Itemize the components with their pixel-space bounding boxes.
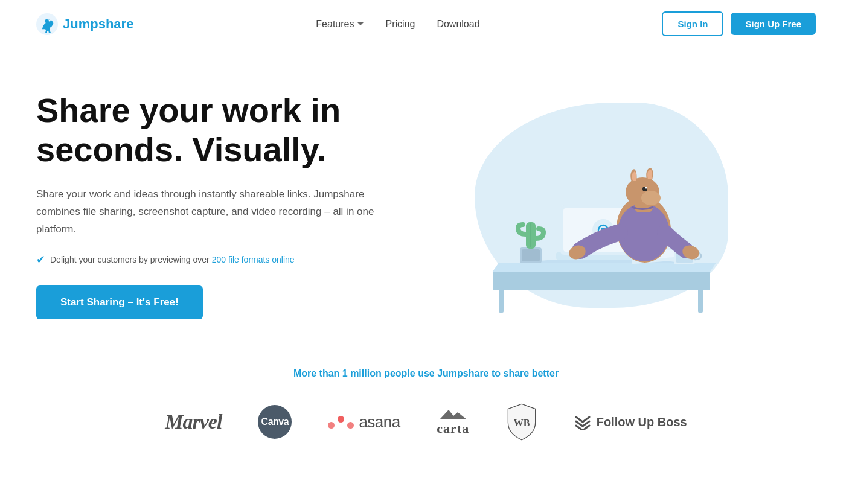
asana-logo-mark: asana bbox=[328, 413, 400, 432]
navbar: Jumpshare Features Pricing Download Sign… bbox=[0, 0, 852, 48]
hero-content: Share your work in seconds. Visually. Sh… bbox=[36, 91, 374, 319]
social-proof-text: More than 1 million people use Jumpshare… bbox=[36, 368, 816, 379]
kangaroo-icon bbox=[36, 13, 58, 35]
signin-button[interactable]: Sign In bbox=[662, 11, 723, 36]
feature-link[interactable]: 200 file formats online bbox=[212, 255, 295, 264]
canva-logo-mark: Canva bbox=[258, 405, 292, 439]
svg-rect-4 bbox=[698, 289, 703, 313]
nav-links: Features Pricing Download bbox=[316, 19, 479, 30]
wb-logo: WB bbox=[506, 403, 537, 441]
nav-actions: Sign In Sign Up Free bbox=[662, 11, 816, 36]
hero-description: Share your work and ideas through instan… bbox=[36, 186, 374, 238]
social-proof-section: More than 1 million people use Jumpshare… bbox=[0, 350, 852, 477]
nav-pricing-link[interactable]: Pricing bbox=[385, 19, 415, 30]
hero-section: Share your work in seconds. Visually. Sh… bbox=[0, 48, 852, 350]
marvel-logo: Marvel bbox=[165, 410, 222, 433]
followupboss-text: Follow Up Boss bbox=[597, 415, 687, 429]
svg-rect-3 bbox=[499, 289, 504, 313]
followupboss-logo: Follow Up Boss bbox=[574, 413, 687, 430]
asana-dots bbox=[328, 416, 354, 429]
carta-logo-mark: carta bbox=[437, 407, 470, 436]
svg-point-1 bbox=[49, 19, 51, 21]
hero-feature-item: ✔ Delight your customers by previewing o… bbox=[36, 253, 374, 266]
checkmark-icon: ✔ bbox=[36, 253, 45, 266]
carta-logo: carta bbox=[437, 407, 470, 436]
logo-text: Jumpshare bbox=[63, 16, 133, 32]
svg-rect-10 bbox=[522, 249, 540, 261]
logos-container: Marvel Canva asana bbox=[36, 403, 816, 465]
hero-illustration-container bbox=[374, 85, 816, 326]
wb-shield-svg: WB bbox=[506, 403, 537, 441]
followupboss-logo-mark: Follow Up Boss bbox=[574, 413, 687, 430]
asana-logo: asana bbox=[328, 413, 400, 432]
logo-link[interactable]: Jumpshare bbox=[36, 13, 133, 35]
hero-illustration bbox=[444, 85, 746, 326]
svg-text:WB: WB bbox=[513, 418, 530, 428]
marvel-logo-text: Marvel bbox=[165, 410, 222, 433]
svg-point-22 bbox=[641, 191, 661, 205]
hero-title: Share your work in seconds. Visually. bbox=[36, 91, 374, 169]
desk-scene-svg bbox=[444, 85, 746, 326]
svg-point-24 bbox=[645, 187, 647, 189]
nav-download-link[interactable]: Download bbox=[437, 19, 479, 30]
carta-mountain-svg bbox=[437, 407, 470, 421]
canva-logo: Canva bbox=[258, 405, 292, 439]
nav-features-link[interactable]: Features bbox=[316, 19, 364, 30]
chevron-down-icon bbox=[357, 22, 364, 25]
hero-feature-text: Delight your customers by previewing ove… bbox=[50, 255, 295, 264]
signup-button[interactable]: Sign Up Free bbox=[731, 13, 816, 35]
followupboss-chevrons-svg bbox=[574, 413, 592, 430]
cta-button[interactable]: Start Sharing – It's Free! bbox=[36, 285, 203, 319]
